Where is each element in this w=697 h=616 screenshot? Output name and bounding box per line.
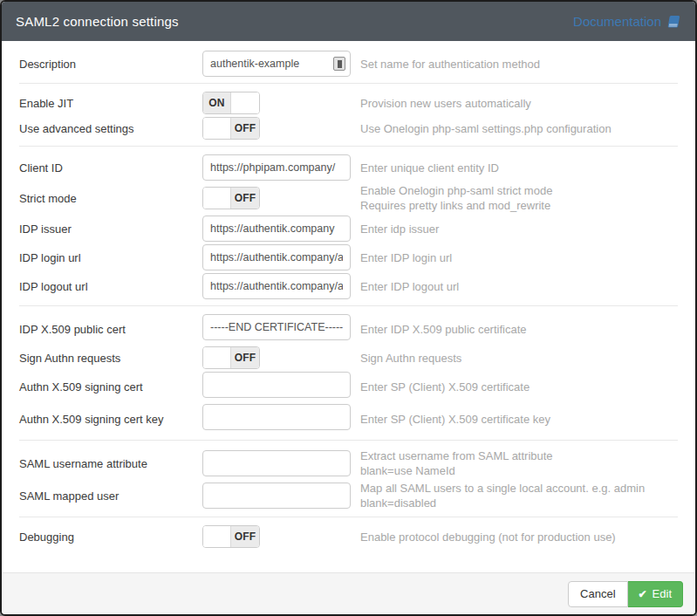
book-icon xyxy=(666,15,681,29)
form-row-idp-x509-public-cert: IDP X.509 public certEnter IDP X.509 pub… xyxy=(19,314,678,344)
form-row-authn-x509-signing-cert: Authn X.509 signing certEnter SP (Client… xyxy=(19,372,678,401)
documentation-link[interactable]: Documentation xyxy=(573,14,681,29)
authn-x509-signing-cert-help-text: Enter SP (Client) X.509 certificate xyxy=(360,380,530,394)
form-row-use-advanced-settings: Use advanced settingsOFFUse Onelogin php… xyxy=(19,117,678,140)
saml-username-attribute-help-text: Extract username from SAML attributeblan… xyxy=(360,448,553,478)
strict-mode-toggle[interactable]: OFF xyxy=(202,187,260,209)
debugging-toggle-state-label: OFF xyxy=(231,526,259,547)
idp-login-url-help-text: Enter IDP login url xyxy=(360,250,452,265)
client-id-label: Client ID xyxy=(19,161,202,175)
modal-footer: Cancel ✔ Edit xyxy=(2,572,695,614)
form-row-idp-logout-url: IDP logout urlEnter IDP logout url xyxy=(19,273,678,299)
idp-login-url-control xyxy=(202,244,351,270)
strict-mode-label: Strict mode xyxy=(19,192,202,205)
enable-jit-toggle[interactable]: ON xyxy=(202,92,260,114)
authn-x509-signing-cert-key-control xyxy=(202,404,351,434)
form-group: Enable JITONProvision new users automati… xyxy=(19,83,678,140)
idp-login-url-label: IDP login url xyxy=(19,251,202,264)
sign-authn-requests-help-text: Sign Authn requests xyxy=(360,351,461,366)
modal-body: DescriptionSet name for authentication m… xyxy=(2,41,695,572)
client-id-control xyxy=(202,154,351,181)
edit-button[interactable]: ✔ Edit xyxy=(628,581,683,607)
client-id-help-text: Enter unique client entity ID xyxy=(360,161,499,175)
form-row-sign-authn-requests: Sign Authn requestsOFFSign Authn request… xyxy=(19,346,678,369)
form-row-strict-mode: Strict modeOFFEnable Onelogin php-saml s… xyxy=(19,183,678,213)
form-row-description: DescriptionSet name for authentication m… xyxy=(19,51,678,77)
description-label: Description xyxy=(19,58,202,71)
idp-x509-public-cert-label: IDP X.509 public cert xyxy=(19,323,202,336)
authn-x509-signing-cert-control xyxy=(202,372,351,401)
idp-logout-url-input[interactable] xyxy=(202,273,351,299)
idp-x509-public-cert-textarea[interactable] xyxy=(202,314,351,340)
enable-jit-help-text: Provision new users automatically xyxy=(360,96,531,111)
idp-issuer-label: IDP issuer xyxy=(19,222,202,236)
authn-x509-signing-cert-key-textarea[interactable] xyxy=(202,404,351,430)
idp-logout-url-control xyxy=(202,273,351,299)
use-advanced-settings-help-text: Use Onelogin php-saml settings.php confi… xyxy=(360,121,612,136)
enable-jit-label: Enable JIT xyxy=(19,97,202,110)
form-row-saml-username-attribute: SAML username attributeExtract username … xyxy=(19,448,678,478)
modal-header: SAML2 connection settings Documentation xyxy=(2,2,695,41)
input-adornment-icon xyxy=(333,57,345,71)
form-group: IDP X.509 public certEnter IDP X.509 pub… xyxy=(19,305,678,434)
enable-jit-control: ON xyxy=(202,92,351,114)
debugging-toggle-knob xyxy=(203,526,231,547)
description-help-text: Set name for authentication method xyxy=(360,57,540,72)
description-input[interactable] xyxy=(202,51,351,77)
debugging-help-text: Enable protocol debugging (not for produ… xyxy=(360,530,616,544)
debugging-control: OFF xyxy=(202,525,351,548)
authn-x509-signing-cert-textarea[interactable] xyxy=(202,372,351,398)
strict-mode-control: OFF xyxy=(202,187,351,209)
saml-username-attribute-label: SAML username attribute xyxy=(19,457,202,470)
saml-mapped-user-help-text: Map all SAML users to a single local acc… xyxy=(360,481,645,510)
authn-x509-signing-cert-key-label: Authn X.509 signing cert key xyxy=(19,413,202,426)
authn-x509-signing-cert-label: Authn X.509 signing cert xyxy=(19,380,202,394)
idp-login-url-input[interactable] xyxy=(202,244,351,270)
authn-x509-signing-cert-key-help-text: Enter SP (Client) X.509 certificate key xyxy=(360,412,550,427)
sign-authn-requests-toggle-state-label: OFF xyxy=(231,347,259,368)
form-group: DescriptionSet name for authentication m… xyxy=(19,51,678,77)
use-advanced-settings-toggle[interactable]: OFF xyxy=(202,117,260,140)
use-advanced-settings-toggle-knob xyxy=(203,118,231,139)
strict-mode-help-text: Enable Onelogin php-saml strict modeRequ… xyxy=(360,183,552,213)
cancel-button[interactable]: Cancel xyxy=(568,581,627,607)
strict-mode-toggle-knob xyxy=(203,188,231,209)
form-group: DebuggingOFFEnable protocol debugging (n… xyxy=(19,517,678,548)
form-row-authn-x509-signing-cert-key: Authn X.509 signing cert keyEnter SP (Cl… xyxy=(19,404,678,434)
form-row-idp-issuer: IDP issuerEnter idp issuer xyxy=(19,216,678,242)
form-row-saml-mapped-user: SAML mapped userMap all SAML users to a … xyxy=(19,481,678,510)
idp-logout-url-label: IDP logout url xyxy=(19,280,202,293)
enable-jit-toggle-state-label: ON xyxy=(203,92,231,113)
idp-x509-public-cert-help-text: Enter IDP X.509 public certificate xyxy=(360,322,527,337)
use-advanced-settings-toggle-state-label: OFF xyxy=(231,118,259,139)
idp-issuer-help-text: Enter idp issuer xyxy=(360,222,439,236)
saml-username-attribute-control xyxy=(202,450,351,476)
idp-issuer-control xyxy=(202,216,351,242)
edit-button-label: Edit xyxy=(653,587,672,600)
enable-jit-toggle-knob xyxy=(231,92,259,113)
idp-logout-url-help-text: Enter IDP logout url xyxy=(360,279,459,294)
idp-x509-public-cert-control xyxy=(202,314,351,344)
client-id-input[interactable] xyxy=(202,154,351,181)
saml-mapped-user-input[interactable] xyxy=(202,483,351,509)
debugging-toggle[interactable]: OFF xyxy=(202,525,260,548)
form-row-debugging: DebuggingOFFEnable protocol debugging (n… xyxy=(19,525,678,548)
sign-authn-requests-control: OFF xyxy=(202,346,351,369)
documentation-link-label: Documentation xyxy=(573,14,661,29)
sign-authn-requests-label: Sign Authn requests xyxy=(19,352,202,365)
strict-mode-toggle-state-label: OFF xyxy=(231,188,259,209)
sign-authn-requests-toggle-knob xyxy=(203,347,231,368)
check-icon: ✔ xyxy=(639,588,647,600)
settings-form: DescriptionSet name for authentication m… xyxy=(19,51,678,548)
modal-title: SAML2 connection settings xyxy=(16,14,179,29)
saml-username-attribute-input[interactable] xyxy=(202,450,351,476)
form-row-enable-jit: Enable JITONProvision new users automati… xyxy=(19,92,678,114)
debugging-label: Debugging xyxy=(19,530,202,544)
saml-mapped-user-control xyxy=(202,483,351,509)
idp-issuer-input[interactable] xyxy=(202,216,351,242)
form-row-idp-login-url: IDP login urlEnter IDP login url xyxy=(19,244,678,270)
form-group: SAML username attributeExtract username … xyxy=(19,440,678,510)
sign-authn-requests-toggle[interactable]: OFF xyxy=(202,346,260,369)
form-group: Client IDEnter unique client entity IDSt… xyxy=(19,146,678,299)
use-advanced-settings-label: Use advanced settings xyxy=(19,122,202,135)
